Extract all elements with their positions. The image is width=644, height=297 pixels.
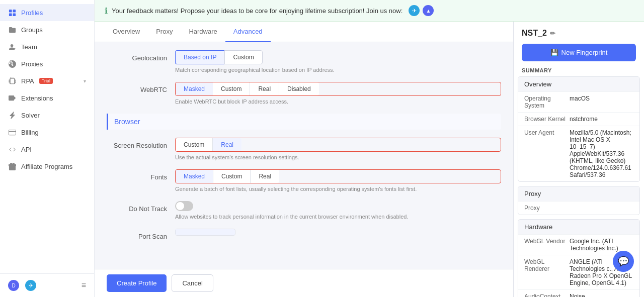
tab-hardware[interactable]: Hardware: [181, 22, 225, 42]
summary-section-hardware-header: Hardware: [518, 220, 639, 234]
form-scrollable: Geolocation Based on IP Custom Match cor…: [95, 42, 513, 269]
right-panel-header: NST_2 ✏: [514, 22, 644, 38]
do-not-track-hint: Allow websites to track personal informa…: [175, 214, 501, 220]
folder-icon: [8, 26, 16, 34]
geolocation-label: Geolocation: [107, 50, 167, 62]
sidebar-item-rpa[interactable]: RPA Trial ▾: [0, 72, 94, 89]
port-scan-row: Port Scan: [107, 229, 501, 240]
new-fingerprint-button[interactable]: 💾 New Fingerprint: [522, 44, 636, 61]
banner-telegram-icon[interactable]: ✈: [409, 5, 420, 16]
profile-name-text: NST_2: [522, 29, 547, 38]
fonts-label: Fonts: [107, 169, 167, 181]
sidebar-item-label: Billing: [21, 129, 39, 136]
geolocation-btn-group: Based on IP Custom: [175, 50, 501, 64]
sidebar-item-profiles[interactable]: Profiles: [0, 4, 94, 21]
code-icon: [8, 145, 16, 153]
sidebar-item-billing[interactable]: Billing: [0, 124, 94, 141]
users-icon: [8, 43, 16, 51]
sidebar-item-label: Affiliate Programs: [21, 163, 72, 170]
discord-icon[interactable]: D: [8, 280, 19, 291]
screen-resolution-row: Screen Resolution Custom Real Use the ac…: [107, 138, 501, 160]
edit-profile-name-icon[interactable]: ✏: [550, 30, 555, 37]
summary-row-useragent: User Agent Mozilla/5.0 (Macintosh; Intel…: [518, 126, 639, 181]
sidebar-nav: Profiles Groups Team Proxies RPA T: [0, 0, 94, 273]
summary-val-webgl-vendor: Google Inc. (ATI Technologies Inc.): [570, 238, 633, 252]
tab-proxy[interactable]: Proxy: [148, 22, 181, 42]
geolocation-based-on-ip-btn[interactable]: Based on IP: [175, 50, 224, 64]
geolocation-row: Geolocation Based on IP Custom Match cor…: [107, 50, 501, 73]
fonts-real-btn[interactable]: Real: [251, 170, 279, 183]
content-wrapper: Overview Proxy Hardware Advanced Geoloca…: [95, 22, 644, 297]
screen-resolution-custom-btn[interactable]: Custom: [176, 138, 213, 151]
fonts-controls: Masked Custom Real Generate a batch of f…: [175, 169, 501, 192]
summary-section-overview: Overview Operating System macOS Browser …: [518, 76, 640, 182]
tab-advanced[interactable]: Advanced: [225, 22, 271, 42]
grid-icon: [8, 9, 16, 17]
sidebar-item-proxies[interactable]: Proxies: [0, 55, 94, 72]
summary-key-kernel: Browser Kernel: [524, 116, 570, 123]
banner-discord-icon[interactable]: ▲: [423, 5, 434, 16]
port-scan-btn-group: [175, 229, 235, 236]
svg-rect-2: [9, 13, 12, 16]
webrtc-real-btn[interactable]: Real: [250, 82, 279, 95]
menu-icon[interactable]: ≡: [82, 281, 86, 290]
sidebar-item-affiliate[interactable]: Affiliate Programs: [0, 158, 94, 175]
fingerprint-icon: 💾: [550, 49, 558, 56]
sidebar-item-label: Solver: [21, 112, 40, 119]
fonts-btn-group: Masked Custom Real: [175, 169, 501, 183]
bottom-action-bar: Create Profile Cancel: [95, 269, 513, 297]
fonts-hint: Generate a batch of font lists, usually …: [175, 186, 501, 192]
summary-section-overview-header: Overview: [518, 77, 639, 91]
create-profile-button[interactable]: Create Profile: [107, 274, 167, 292]
zap-icon: [8, 111, 16, 119]
fonts-masked-btn[interactable]: Masked: [176, 170, 213, 183]
sidebar-item-label: RPA: [21, 77, 34, 85]
do-not-track-toggle[interactable]: [175, 201, 193, 211]
summary-row-audiocontext: AudioContext Noise: [518, 289, 639, 297]
banner-text: Your feedback matters! Propose your idea…: [112, 7, 403, 15]
new-fingerprint-label: New Fingerprint: [561, 49, 608, 56]
screen-resolution-label: Screen Resolution: [107, 138, 167, 149]
sidebar-item-solver[interactable]: Solver: [0, 107, 94, 124]
geolocation-custom-btn[interactable]: Custom: [224, 50, 262, 64]
summary-key-webgl-vendor: WebGL Vendor: [524, 238, 570, 245]
tab-overview[interactable]: Overview: [105, 22, 148, 42]
summary-key-useragent: User Agent: [524, 129, 570, 136]
credit-card-icon: [8, 128, 16, 136]
webrtc-btn-group: Masked Custom Real Disabled: [175, 82, 501, 96]
form-content: Geolocation Based on IP Custom Match cor…: [95, 42, 513, 257]
webrtc-disabled-btn[interactable]: Disabled: [279, 82, 319, 95]
port-scan-btn[interactable]: [176, 229, 235, 235]
svg-rect-3: [13, 13, 16, 16]
sidebar-item-label: Team: [21, 43, 37, 51]
banner-social-icons: ✈ ▲: [409, 5, 434, 16]
sidebar-item-groups[interactable]: Groups: [0, 21, 94, 38]
webrtc-custom-btn[interactable]: Custom: [213, 82, 250, 95]
webrtc-masked-btn[interactable]: Masked: [176, 82, 213, 95]
cancel-button[interactable]: Cancel: [172, 274, 213, 292]
fonts-custom-btn[interactable]: Custom: [213, 170, 251, 183]
sidebar-item-team[interactable]: Team: [0, 38, 94, 55]
chat-button[interactable]: 💬: [613, 251, 634, 272]
gift-icon: [8, 162, 16, 170]
sidebar-item-extensions[interactable]: Extensions: [0, 89, 94, 107]
summary-row-kernel: Browser Kernel nstchrome: [518, 112, 639, 126]
summary-row-os: Operating System macOS: [518, 91, 639, 112]
browser-section-label: Browser: [114, 118, 140, 126]
footer-social-icons: D ✈: [8, 280, 36, 291]
sidebar-item-api[interactable]: API: [0, 141, 94, 158]
summary-key-audiocontext: AudioContext: [524, 293, 570, 297]
puzzle-icon: [8, 94, 16, 102]
summary-val-os: macOS: [570, 95, 633, 102]
summary-section-proxy-header: Proxy: [518, 186, 639, 201]
geolocation-hint: Match corresponding geographical locatio…: [175, 67, 501, 73]
webrtc-hint: Enable WebRTC but block IP address acces…: [175, 98, 501, 105]
sidebar-item-label: Groups: [21, 26, 43, 34]
screen-resolution-hint: Use the actual system's screen resolutio…: [175, 154, 501, 160]
info-icon: ℹ: [105, 6, 108, 16]
sidebar-footer: D ✈ ≡: [0, 273, 94, 297]
port-scan-controls: [175, 229, 501, 236]
telegram-icon[interactable]: ✈: [25, 280, 36, 291]
screen-resolution-real-btn[interactable]: Real: [213, 138, 242, 151]
webrtc-row: WebRTC Masked Custom Real Disabled Enabl…: [107, 82, 501, 105]
